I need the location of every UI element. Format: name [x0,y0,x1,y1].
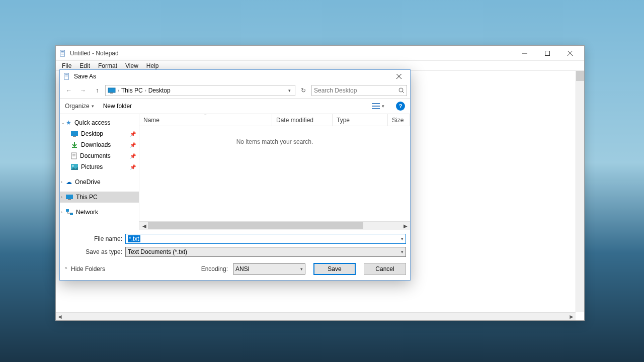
dialog-toolbar: Organize▾ New folder ▾ ? [60,98,410,114]
chevron-right-icon: › [61,210,62,215]
svg-rect-8 [64,73,69,79]
dialog-title: Save As [74,73,391,80]
notepad-title: Untitled - Notepad [70,50,513,57]
column-headers: ⌃ Name Date modified Type Size [139,114,410,126]
breadcrumb-thispc[interactable]: This PC [121,87,143,94]
address-dropdown-icon[interactable]: ▾ [286,88,293,93]
pin-icon: 📌 [130,164,136,170]
search-input[interactable] [314,87,398,94]
sidebar-item-desktop[interactable]: Desktop 📌 [60,128,139,139]
onedrive-icon: ☁ [66,178,72,186]
address-bar[interactable]: › This PC › Desktop ▾ [105,85,295,96]
sidebar-network[interactable]: › Network [60,207,139,218]
menu-file[interactable]: File [58,61,75,70]
pin-icon: 📌 [130,153,136,159]
navigation-pane: ⌄ ★ Quick access Desktop 📌 Downloads 📌 D… [60,114,139,230]
scroll-left-icon[interactable]: ◀ [140,223,148,229]
search-icon [398,87,405,94]
column-size[interactable]: Size [388,114,410,126]
star-icon: ★ [66,119,71,126]
svg-point-15 [399,88,403,92]
search-box[interactable] [311,85,407,96]
save-button[interactable]: Save [313,263,356,275]
minimize-button[interactable] [513,46,536,60]
svg-rect-5 [545,51,549,55]
filename-label: File name: [64,235,122,242]
svg-rect-19 [372,108,380,109]
svg-rect-18 [372,106,380,107]
refresh-button[interactable]: ↻ [297,84,309,97]
close-button[interactable] [558,46,581,60]
sidebar-item-downloads[interactable]: Downloads 📌 [60,139,139,150]
chevron-down-icon[interactable]: ▾ [300,266,303,272]
empty-message: No items match your search. [236,138,313,145]
chevron-down-icon[interactable]: ▾ [401,249,404,254]
chevron-up-icon: ⌃ [64,266,68,272]
downloads-icon [71,141,78,148]
svg-rect-29 [68,199,71,200]
chevron-down-icon[interactable]: ▾ [401,236,404,241]
filename-input[interactable]: *.txt ▾ [125,234,406,244]
help-button[interactable]: ? [396,102,405,111]
new-folder-button[interactable]: New folder [103,103,132,110]
svg-rect-0 [60,50,65,56]
menu-view[interactable]: View [121,61,142,70]
chevron-right-icon: › [61,195,62,200]
column-name[interactable]: ⌃ Name [139,114,272,126]
documents-icon [71,152,77,159]
svg-rect-13 [108,88,115,93]
encoding-label: Encoding: [201,265,228,273]
svg-line-16 [403,92,404,93]
svg-rect-17 [372,103,380,104]
notepad-icon [63,72,71,80]
nav-back-button[interactable]: ← [63,84,75,97]
sidebar-item-documents[interactable]: Documents 📌 [60,150,139,161]
column-date[interactable]: Date modified [272,114,333,126]
details-view-icon [372,103,380,109]
thispc-icon [66,195,73,200]
breadcrumb-desktop[interactable]: Desktop [148,87,171,94]
dialog-titlebar[interactable]: Save As [60,70,410,83]
cancel-button[interactable]: Cancel [364,263,406,275]
savetype-label: Save as type: [64,248,122,255]
chevron-down-icon: ⌄ [61,120,65,125]
thispc-icon [108,87,116,94]
chevron-right-icon: › [61,179,62,185]
nav-up-button[interactable]: ↑ [91,84,103,97]
network-icon [66,209,73,215]
svg-rect-30 [66,209,69,212]
menu-edit[interactable]: Edit [75,61,94,70]
scroll-right-icon[interactable]: ▶ [401,223,409,229]
savetype-select[interactable]: Text Documents (*.txt) ▾ [125,247,406,257]
column-type[interactable]: Type [333,114,388,126]
file-list-hscrollbar[interactable]: ◀ ▶ [139,221,410,230]
svg-point-27 [72,165,74,167]
nav-forward-button[interactable]: → [77,84,89,97]
notepad-vscrollbar[interactable] [576,71,584,312]
notepad-titlebar[interactable]: Untitled - Notepad [56,46,584,61]
menu-format[interactable]: Format [94,61,121,70]
pictures-icon [71,164,78,170]
svg-rect-21 [73,136,76,137]
file-list[interactable]: No items match your search. [139,126,410,221]
notepad-hscrollbar[interactable]: ◄► [56,312,576,320]
maximize-button[interactable] [536,46,558,60]
sidebar-item-pictures[interactable]: Pictures 📌 [60,161,139,172]
svg-rect-14 [110,93,113,94]
menu-help[interactable]: Help [142,61,163,70]
sort-asc-icon: ⌃ [204,114,207,118]
file-list-pane: ⌃ Name Date modified Type Size No items … [139,114,410,230]
encoding-select[interactable]: ANSI ▾ [233,263,305,275]
view-mode-button[interactable]: ▾ [369,102,387,111]
sidebar-thispc[interactable]: › This PC [60,192,139,203]
hide-folders-toggle[interactable]: ⌃ Hide Folders [64,265,105,273]
dialog-bottom-row: ⌃ Hide Folders Encoding: ANSI ▾ Save Can… [60,259,410,280]
dialog-close-button[interactable] [391,70,407,82]
pin-icon: 📌 [130,131,136,137]
save-as-dialog: Save As ← → ↑ › This PC › Desktop ▾ ↻ Or… [59,69,411,281]
organize-button[interactable]: Organize▾ [65,103,94,110]
svg-rect-20 [71,131,78,136]
svg-rect-28 [66,195,73,199]
sidebar-quick-access[interactable]: ⌄ ★ Quick access [60,117,139,128]
sidebar-onedrive[interactable]: › ☁ OneDrive [60,176,139,188]
